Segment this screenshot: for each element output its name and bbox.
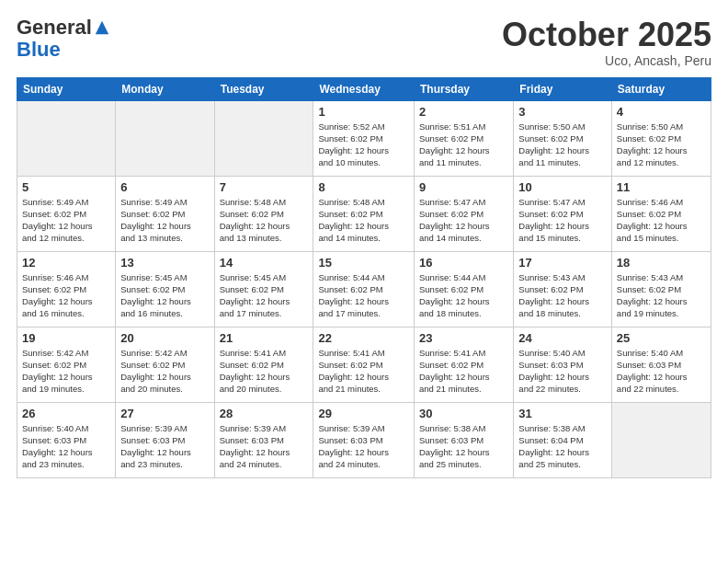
day-info: Sunrise: 5:45 AM Sunset: 6:02 PM Dayligh…	[220, 271, 309, 320]
calendar-cell: 19Sunrise: 5:42 AM Sunset: 6:02 PM Dayli…	[17, 327, 116, 402]
weekday-header-saturday: Saturday	[611, 77, 711, 100]
weekday-header-tuesday: Tuesday	[214, 77, 313, 100]
day-number: 28	[220, 407, 309, 420]
calendar-cell	[611, 402, 711, 477]
day-info: Sunrise: 5:39 AM Sunset: 6:03 PM Dayligh…	[120, 422, 209, 471]
day-number: 29	[318, 407, 409, 420]
calendar-cell: 22Sunrise: 5:41 AM Sunset: 6:02 PM Dayli…	[313, 327, 415, 402]
day-info: Sunrise: 5:46 AM Sunset: 6:02 PM Dayligh…	[617, 196, 706, 245]
day-info: Sunrise: 5:42 AM Sunset: 6:02 PM Dayligh…	[22, 347, 110, 396]
day-info: Sunrise: 5:48 AM Sunset: 6:02 PM Dayligh…	[220, 196, 309, 245]
day-info: Sunrise: 5:43 AM Sunset: 6:02 PM Dayligh…	[617, 271, 706, 320]
day-number: 1	[318, 105, 409, 119]
day-number: 10	[518, 180, 607, 194]
calendar: SundayMondayTuesdayWednesdayThursdayFrid…	[17, 77, 711, 478]
day-info: Sunrise: 5:47 AM Sunset: 6:02 PM Dayligh…	[419, 196, 508, 245]
calendar-cell: 24Sunrise: 5:40 AM Sunset: 6:03 PM Dayli…	[514, 327, 612, 402]
day-info: Sunrise: 5:49 AM Sunset: 6:02 PM Dayligh…	[22, 196, 110, 245]
day-info: Sunrise: 5:41 AM Sunset: 6:02 PM Dayligh…	[318, 347, 409, 396]
calendar-cell: 11Sunrise: 5:46 AM Sunset: 6:02 PM Dayli…	[611, 176, 711, 251]
day-info: Sunrise: 5:50 AM Sunset: 6:02 PM Dayligh…	[518, 121, 607, 169]
week-row-2: 12Sunrise: 5:46 AM Sunset: 6:02 PM Dayli…	[17, 251, 711, 327]
week-row-0: 1Sunrise: 5:52 AM Sunset: 6:02 PM Daylig…	[17, 100, 711, 176]
day-info: Sunrise: 5:40 AM Sunset: 6:03 PM Dayligh…	[518, 347, 607, 396]
day-info: Sunrise: 5:38 AM Sunset: 6:03 PM Dayligh…	[419, 422, 508, 471]
day-info: Sunrise: 5:51 AM Sunset: 6:02 PM Dayligh…	[419, 121, 508, 169]
calendar-cell: 5Sunrise: 5:49 AM Sunset: 6:02 PM Daylig…	[17, 176, 116, 251]
day-number: 3	[518, 105, 607, 119]
page: General Blue October 2025 Uco, Ancash, P…	[0, 0, 728, 563]
day-number: 9	[419, 180, 508, 194]
calendar-cell: 30Sunrise: 5:38 AM Sunset: 6:03 PM Dayli…	[415, 402, 514, 477]
calendar-cell: 9Sunrise: 5:47 AM Sunset: 6:02 PM Daylig…	[415, 176, 514, 251]
day-number: 24	[518, 331, 607, 345]
day-number: 17	[518, 256, 607, 270]
calendar-cell: 26Sunrise: 5:40 AM Sunset: 6:03 PM Dayli…	[17, 402, 116, 477]
location: Uco, Ancash, Peru	[502, 53, 711, 68]
day-info: Sunrise: 5:45 AM Sunset: 6:02 PM Dayligh…	[120, 271, 209, 320]
calendar-cell: 29Sunrise: 5:39 AM Sunset: 6:03 PM Dayli…	[313, 402, 415, 477]
calendar-cell: 6Sunrise: 5:49 AM Sunset: 6:02 PM Daylig…	[116, 176, 214, 251]
calendar-cell: 8Sunrise: 5:48 AM Sunset: 6:02 PM Daylig…	[313, 176, 415, 251]
calendar-cell: 4Sunrise: 5:50 AM Sunset: 6:02 PM Daylig…	[611, 100, 711, 176]
weekday-header-sunday: Sunday	[17, 77, 116, 100]
logo-blue-text: Blue	[17, 39, 110, 61]
weekday-header-wednesday: Wednesday	[313, 77, 415, 100]
day-number: 23	[419, 331, 508, 345]
title-area: October 2025 Uco, Ancash, Peru	[502, 17, 711, 68]
weekday-header-row: SundayMondayTuesdayWednesdayThursdayFrid…	[17, 77, 711, 100]
day-number: 20	[120, 331, 209, 345]
day-info: Sunrise: 5:39 AM Sunset: 6:03 PM Dayligh…	[318, 422, 409, 471]
day-info: Sunrise: 5:40 AM Sunset: 6:03 PM Dayligh…	[617, 347, 706, 396]
day-number: 27	[120, 407, 209, 420]
calendar-cell	[17, 100, 116, 176]
calendar-cell: 18Sunrise: 5:43 AM Sunset: 6:02 PM Dayli…	[611, 251, 711, 327]
day-info: Sunrise: 5:40 AM Sunset: 6:03 PM Dayligh…	[22, 422, 110, 471]
day-number: 15	[318, 256, 409, 270]
day-number: 30	[419, 407, 508, 420]
day-info: Sunrise: 5:38 AM Sunset: 6:04 PM Dayligh…	[518, 422, 607, 471]
day-info: Sunrise: 5:41 AM Sunset: 6:02 PM Dayligh…	[220, 347, 309, 396]
day-info: Sunrise: 5:44 AM Sunset: 6:02 PM Dayligh…	[318, 271, 409, 320]
day-info: Sunrise: 5:43 AM Sunset: 6:02 PM Dayligh…	[518, 271, 607, 320]
logo-icon	[94, 19, 110, 36]
month-title: October 2025	[502, 17, 711, 53]
weekday-header-friday: Friday	[514, 77, 612, 100]
day-info: Sunrise: 5:39 AM Sunset: 6:03 PM Dayligh…	[220, 422, 309, 471]
calendar-cell: 23Sunrise: 5:41 AM Sunset: 6:02 PM Dayli…	[415, 327, 514, 402]
calendar-cell: 12Sunrise: 5:46 AM Sunset: 6:02 PM Dayli…	[17, 251, 116, 327]
calendar-cell: 15Sunrise: 5:44 AM Sunset: 6:02 PM Dayli…	[313, 251, 415, 327]
day-number: 7	[220, 180, 309, 194]
day-number: 25	[617, 331, 706, 345]
day-number: 8	[318, 180, 409, 194]
day-number: 26	[22, 407, 110, 420]
calendar-cell: 2Sunrise: 5:51 AM Sunset: 6:02 PM Daylig…	[415, 100, 514, 176]
week-row-4: 26Sunrise: 5:40 AM Sunset: 6:03 PM Dayli…	[17, 402, 711, 477]
calendar-cell: 13Sunrise: 5:45 AM Sunset: 6:02 PM Dayli…	[116, 251, 214, 327]
week-row-1: 5Sunrise: 5:49 AM Sunset: 6:02 PM Daylig…	[17, 176, 711, 251]
day-number: 31	[518, 407, 607, 420]
header: General Blue October 2025 Uco, Ancash, P…	[17, 17, 711, 68]
calendar-cell	[214, 100, 313, 176]
calendar-cell: 16Sunrise: 5:44 AM Sunset: 6:02 PM Dayli…	[415, 251, 514, 327]
day-number: 21	[220, 331, 309, 345]
day-number: 18	[617, 256, 706, 270]
calendar-cell: 21Sunrise: 5:41 AM Sunset: 6:02 PM Dayli…	[214, 327, 313, 402]
day-info: Sunrise: 5:48 AM Sunset: 6:02 PM Dayligh…	[318, 196, 409, 245]
day-info: Sunrise: 5:41 AM Sunset: 6:02 PM Dayligh…	[419, 347, 508, 396]
weekday-header-monday: Monday	[116, 77, 214, 100]
calendar-cell: 28Sunrise: 5:39 AM Sunset: 6:03 PM Dayli…	[214, 402, 313, 477]
day-number: 2	[419, 105, 508, 119]
logo-general-text: General	[17, 17, 92, 39]
day-info: Sunrise: 5:49 AM Sunset: 6:02 PM Dayligh…	[120, 196, 209, 245]
calendar-cell: 14Sunrise: 5:45 AM Sunset: 6:02 PM Dayli…	[214, 251, 313, 327]
day-info: Sunrise: 5:52 AM Sunset: 6:02 PM Dayligh…	[318, 121, 409, 169]
day-number: 12	[22, 256, 110, 270]
day-number: 13	[120, 256, 209, 270]
calendar-cell: 31Sunrise: 5:38 AM Sunset: 6:04 PM Dayli…	[514, 402, 612, 477]
day-number: 22	[318, 331, 409, 345]
calendar-cell: 25Sunrise: 5:40 AM Sunset: 6:03 PM Dayli…	[611, 327, 711, 402]
calendar-cell: 20Sunrise: 5:42 AM Sunset: 6:02 PM Dayli…	[116, 327, 214, 402]
day-info: Sunrise: 5:42 AM Sunset: 6:02 PM Dayligh…	[120, 347, 209, 396]
day-number: 19	[22, 331, 110, 345]
